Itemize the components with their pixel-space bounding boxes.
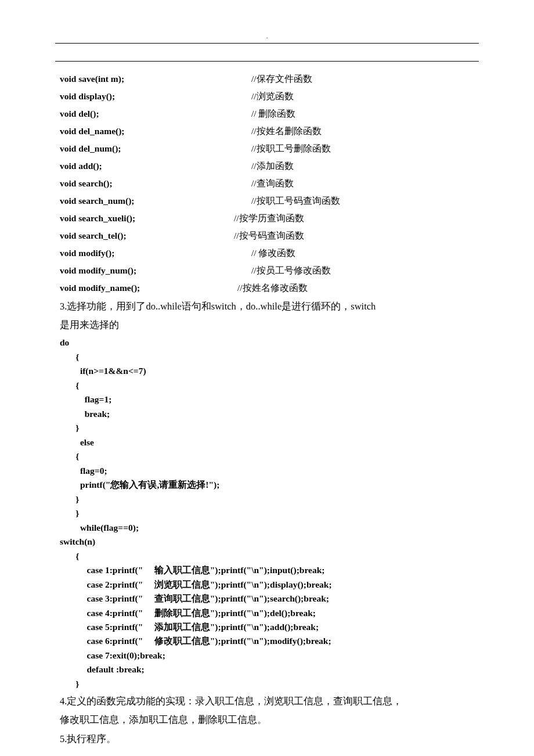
code-line: } <box>60 421 475 435</box>
declaration-signature: void del_num(); <box>60 142 251 156</box>
code-line: { <box>60 350 475 364</box>
paragraph-4-line1: 4.定义的函数完成功能的实现：录入职工信息，浏览职工信息，查询职工信息， <box>60 693 475 710</box>
paragraph-3-line1: 3.选择功能，用到了do..while语句和switch，do..while是进… <box>60 298 475 315</box>
code-line: case 4:printf(" 删除职工信息");printf("\n");de… <box>60 606 475 620</box>
declaration-comment: //查询函数 <box>251 177 294 190</box>
declaration-comment: // 修改函数 <box>251 246 296 260</box>
do-while-code-block: do { if(n>=1&&n<=7) { flag=1; break; } e… <box>60 336 475 535</box>
code-line: if(n>=1&&n<=7) <box>60 364 475 378</box>
declaration-comment: // 删除函数 <box>251 107 296 121</box>
code-line: switch(n) <box>60 535 475 549</box>
code-line: case 6:printf(" 修改职工信息");printf("\n");mo… <box>60 634 475 648</box>
declaration-row: void search_xueli();//按学历查询函数 <box>60 211 475 225</box>
declaration-comment: //浏览函数 <box>251 89 294 103</box>
header-rule: . <box>55 35 479 44</box>
declaration-comment: //按姓名删除函数 <box>251 124 322 138</box>
declaration-comment: //按职工号删除函数 <box>251 142 331 156</box>
declaration-row: void display();//浏览函数 <box>60 89 475 103</box>
declaration-signature: void search_xueli(); <box>60 211 234 225</box>
declaration-signature: void del_name(); <box>60 124 251 138</box>
switch-code-block: switch(n) { case 1:printf(" 输入职工信息");pri… <box>60 535 475 691</box>
content-box: void save(int m);//保存文件函数 void display()… <box>55 61 479 756</box>
declaration-comment: //按姓名修改函数 <box>237 281 308 295</box>
code-line: case 1:printf(" 输入职工信息");printf("\n");in… <box>60 563 475 577</box>
declaration-row: void search();//查询函数 <box>60 177 475 190</box>
declaration-row: void modify();// 修改函数 <box>60 246 475 260</box>
code-line: } <box>60 677 475 691</box>
declaration-comment: //保存文件函数 <box>251 72 312 86</box>
code-line: { <box>60 549 475 563</box>
code-line: else <box>60 435 475 449</box>
declaration-row: void search_num(); //按职工号码查询函数 <box>60 194 475 208</box>
code-line: case 7:exit(0);break; <box>60 649 475 663</box>
code-line: } <box>60 506 475 520</box>
code-line: case 5:printf(" 添加职工信息");printf("\n");ad… <box>60 620 475 634</box>
declaration-row: void del();// 删除函数 <box>60 107 475 121</box>
declaration-comment: //按号码查询函数 <box>234 229 304 243</box>
code-line: } <box>60 492 475 506</box>
declaration-signature: void save(int m); <box>60 72 251 86</box>
declaration-row: void del_num(); //按职工号删除函数 <box>60 142 475 156</box>
paragraph-4-line2: 修改职工信息，添加职工信息，删除职工信息。 <box>60 712 475 728</box>
declaration-comment: //按职工号码查询函数 <box>251 194 340 208</box>
function-declarations: void save(int m);//保存文件函数 void display()… <box>60 72 475 295</box>
code-line: break; <box>60 407 475 421</box>
declaration-signature: void search_num(); <box>60 194 251 208</box>
declaration-row: void del_name(); //按姓名删除函数 <box>60 124 475 138</box>
code-line: while(flag==0); <box>60 521 475 535</box>
declaration-signature: void modify_num(); <box>60 264 251 278</box>
declaration-row: void save(int m);//保存文件函数 <box>60 72 475 86</box>
declaration-signature: void del(); <box>60 107 251 121</box>
code-line: case 3:printf(" 查询职工信息");printf("\n");se… <box>60 592 475 606</box>
document-page: . void save(int m);//保存文件函数 void display… <box>0 0 534 756</box>
declaration-signature: void modify(); <box>60 246 251 260</box>
declaration-signature: void add(); <box>60 159 251 173</box>
paragraph-3-line2: 是用来选择的 <box>60 317 475 333</box>
code-line: { <box>60 379 475 393</box>
declaration-row: void modify_num(); //按员工号修改函数 <box>60 264 475 278</box>
declaration-comment: //按学历查询函数 <box>234 211 304 225</box>
paragraph-5: 5.执行程序。 <box>60 731 475 747</box>
header-symbol: . <box>266 33 268 39</box>
code-line: flag=1; <box>60 393 475 406</box>
code-line: case 2:printf(" 浏览职工信息");printf("\n");di… <box>60 578 475 592</box>
declaration-comment: //添加函数 <box>251 159 294 173</box>
declaration-comment: //按员工号修改函数 <box>251 264 331 278</box>
declaration-signature: void search_tel(); <box>60 229 234 243</box>
declaration-row: void search_tel();//按号码查询函数 <box>60 229 475 243</box>
declaration-signature: void display(); <box>60 89 251 103</box>
declaration-row: void add(); //添加函数 <box>60 159 475 173</box>
code-line: printf("您输入有误,请重新选择!"); <box>60 478 475 492</box>
declaration-signature: void modify_name(); <box>60 281 237 295</box>
code-line: default :break; <box>60 663 475 676</box>
declaration-signature: void search(); <box>60 177 251 190</box>
declaration-row: void modify_name();//按姓名修改函数 <box>60 281 475 295</box>
code-line: { <box>60 449 475 463</box>
code-line: do <box>60 336 475 350</box>
code-line: flag=0; <box>60 464 475 478</box>
